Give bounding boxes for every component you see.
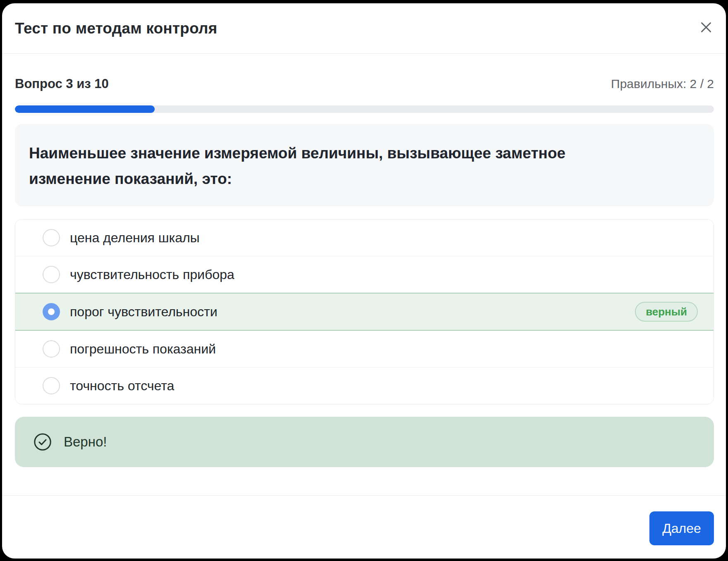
answer-options-list: цена деления шкалы чувствительность приб… [15,219,714,404]
feedback-banner: Верно! [15,417,714,467]
answer-option-3-selected-correct[interactable]: порог чувствительности верный [15,293,714,331]
quiz-modal: Тест по методам контроля Вопрос 3 из 10 … [2,3,726,559]
answer-option-label: цена деления шкалы [70,230,200,246]
close-icon [699,20,714,35]
footer-divider [2,495,726,496]
answer-option-2[interactable]: чувствительность прибора [15,256,714,293]
progress-fill [15,105,155,113]
question-counter: Вопрос 3 из 10 [15,76,109,91]
progress-bar [15,105,714,113]
radio-button[interactable] [43,266,60,283]
radio-button[interactable] [43,340,60,358]
check-circle-icon [33,432,52,451]
answer-option-label: погрешность показаний [70,341,216,357]
modal-backdrop: Тест по методам контроля Вопрос 3 из 10 … [0,0,728,561]
answer-option-label: порог чувствительности [70,304,218,320]
modal-header: Тест по методам контроля [2,3,726,54]
score-label: Правильных: 2 / 2 [611,77,714,91]
radio-button-selected[interactable] [43,303,60,320]
quiz-meta-row: Вопрос 3 из 10 Правильных: 2 / 2 [15,74,714,94]
answer-option-label: точность отсчета [70,378,174,394]
answer-option-4[interactable]: погрешность показаний [15,331,714,367]
radio-button[interactable] [43,229,60,246]
modal-title: Тест по методам контроля [15,3,217,54]
answer-option-label: чувствительность прибора [70,267,235,282]
answer-option-1[interactable]: цена деления шкалы [15,220,714,256]
question-box: Наименьшее значение измеряемой величины,… [15,124,714,206]
next-button[interactable]: Далее [649,511,714,545]
feedback-text: Верно! [64,434,107,450]
close-button[interactable] [696,17,716,37]
correct-answer-badge: верный [635,302,698,322]
question-text: Наименьшее значение измеряемой величины,… [29,141,604,192]
answer-option-5[interactable]: точность отсчета [15,367,714,404]
radio-button[interactable] [43,377,60,394]
